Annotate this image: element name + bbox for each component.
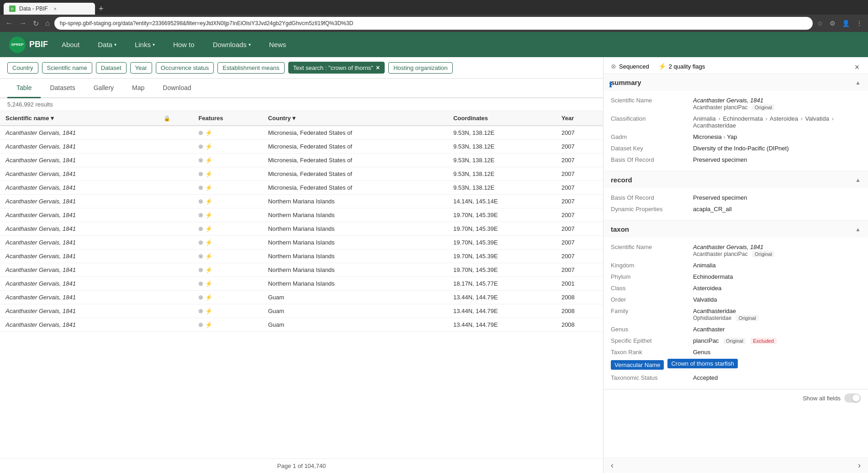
nav-about[interactable]: About (57, 38, 84, 51)
table-row[interactable]: Acanthaster Gervais, 1841 ⊗ ⚡ Northern M… (0, 222, 603, 236)
downloads-dropdown-icon: ▾ (249, 42, 251, 47)
col-scientific-name[interactable]: Scientific name ▾ (0, 111, 158, 126)
col-features[interactable]: Features (193, 111, 262, 126)
table-row[interactable]: Acanthaster Gervais, 1841 ⊗ ⚡ Micronesia… (0, 181, 603, 195)
show-all-row: Show all fields (603, 389, 868, 406)
nav-news[interactable]: News (265, 38, 291, 51)
table-row[interactable]: Acanthaster Gervais, 1841 ⊗ ⚡ Northern M… (0, 263, 603, 277)
section-taxon-header[interactable]: taxon ▲ (603, 221, 868, 238)
browser-tab[interactable]: D Data - PBIF × (4, 3, 95, 15)
table-row[interactable]: Acanthaster Gervais, 1841 ⊗ ⚡ Northern M… (0, 236, 603, 250)
flag-icon: ⚡ (205, 308, 212, 314)
table-row[interactable]: Acanthaster Gervais, 1841 ⊗ ⚡ Guam 13.44… (0, 291, 603, 304)
field-value-dataset-key: Diversity of the Indo-Pacific (DIPnet) (693, 145, 861, 152)
logo-text: PBIF (29, 40, 48, 49)
cell-coords: 9.53N, 138.12E (448, 181, 556, 195)
panel-next-button[interactable]: › (858, 461, 861, 470)
col-year[interactable]: Year (556, 111, 603, 126)
vernacular-name-label-cell: Vernacular Name (611, 360, 664, 370)
tab-close-button[interactable]: × (52, 5, 59, 12)
section-taxon-title: taxon (611, 225, 629, 233)
nav-data[interactable]: Data ▾ (93, 38, 121, 51)
text-search-remove-icon[interactable]: × (376, 64, 380, 71)
cell-features: ⊗ ⚡ (193, 195, 262, 208)
nav-links[interactable]: Links ▾ (130, 38, 159, 51)
url-bar[interactable]: hp-sprep.gbif-staging.org/data?entity=23… (54, 17, 813, 30)
seq-icon: ⊗ (198, 170, 203, 177)
bookmark-star-icon[interactable]: ☆ (815, 18, 825, 29)
table-row[interactable]: Acanthaster Gervais, 1841 ⊗ ⚡ Guam 13.44… (0, 318, 603, 332)
nav-downloads[interactable]: Downloads ▾ (208, 38, 255, 51)
cell-lock (158, 195, 193, 208)
field-scientific-name: Scientific Name Acanthaster Gervais, 184… (611, 95, 861, 113)
filter-country[interactable]: Country (7, 62, 38, 74)
back-button[interactable]: ← (4, 17, 15, 29)
seq-icon: ⊗ (198, 308, 203, 314)
settings-icon[interactable]: ⋮ (854, 18, 864, 29)
filter-dataset[interactable]: Dataset (96, 62, 127, 74)
nav-howto[interactable]: How to (169, 38, 199, 51)
new-tab-button[interactable]: + (95, 3, 107, 15)
cell-year: 2007 (556, 126, 603, 140)
field-basis-of-record: Basis Of Record Preserved specimen (611, 192, 861, 203)
table-row[interactable]: Acanthaster Gervais, 1841 ⊗ ⚡ Micronesia… (0, 167, 603, 181)
taxon-label-specific-epithet: Specific Epithet (611, 337, 693, 344)
cell-sci-name: Acanthaster Gervais, 1841 (0, 277, 158, 291)
close-panel-button[interactable]: × (852, 62, 863, 73)
cell-features: ⊗ ⚡ (193, 140, 262, 154)
home-button[interactable]: ⌂ (43, 17, 52, 29)
filter-scientific-name[interactable]: Scientific name (42, 62, 92, 74)
table-row[interactable]: Acanthaster Gervais, 1841 ⊗ ⚡ Northern M… (0, 277, 603, 291)
cell-coords: 9.53N, 138.12E (448, 140, 556, 154)
url-text: hp-sprep.gbif-staging.org/data?entity=23… (60, 20, 353, 27)
text-search-label: Text search : "crown of thorns" (293, 64, 373, 71)
data-table-wrapper[interactable]: Scientific name ▾ 🔒 Features Country ▾ C… (0, 111, 603, 458)
tab-gallery[interactable]: Gallery (85, 79, 123, 98)
forward-button[interactable]: → (17, 17, 28, 29)
taxon-value-kingdom: Animalia (693, 262, 861, 269)
table-row[interactable]: Acanthaster Gervais, 1841 ⊗ ⚡ Micronesia… (0, 154, 603, 167)
section-summary-header[interactable]: summary ▲ (603, 74, 868, 91)
table-row[interactable]: Acanthaster Gervais, 1841 ⊗ ⚡ Micronesia… (0, 140, 603, 154)
table-row[interactable]: Acanthaster Gervais, 1841 ⊗ ⚡ Guam 13.44… (0, 304, 603, 318)
results-table: Scientific name ▾ 🔒 Features Country ▾ C… (0, 111, 603, 332)
refresh-button[interactable]: ↻ (31, 17, 41, 30)
filter-bar: Country Scientific name Dataset Year Occ… (0, 57, 603, 79)
table-row[interactable]: Acanthaster Gervais, 1841 ⊗ ⚡ Micronesia… (0, 126, 603, 140)
flag-icon: ⚡ (205, 198, 212, 205)
cell-coords: 9.53N, 138.12E (448, 154, 556, 167)
section-record-header[interactable]: record ▲ (603, 171, 868, 188)
filter-occurrence-status[interactable]: Occurrence status (156, 62, 214, 74)
cell-sci-name: Acanthaster Gervais, 1841 (0, 208, 158, 222)
seq-icon: ⊗ (198, 225, 203, 232)
extensions-icon[interactable]: ⚙ (828, 18, 837, 29)
tab-table[interactable]: Table (7, 79, 41, 98)
filter-hosting-org[interactable]: Hosting organization (388, 62, 453, 74)
taxon-value-phylum: Echinodermata (693, 273, 861, 280)
table-row[interactable]: Acanthaster Gervais, 1841 ⊗ ⚡ Northern M… (0, 208, 603, 222)
show-all-toggle[interactable] (844, 393, 861, 403)
profile-icon[interactable]: 👤 (840, 18, 852, 29)
content-tabs: Table Datasets Gallery Map Download (0, 79, 603, 98)
panel-content[interactable]: summary ▲ Scientific Name Acanthaster Ge… (603, 74, 868, 457)
panel-prev-button[interactable]: ‹ (611, 461, 614, 470)
taxon-value-order: Valvatida (693, 296, 861, 303)
filter-year[interactable]: Year (130, 62, 152, 74)
cell-features: ⊗ ⚡ (193, 167, 262, 181)
seq-icon: ⊗ (198, 253, 203, 260)
col-coordinates[interactable]: Coordinates (448, 111, 556, 126)
flag-icon: ⚡ (205, 170, 212, 177)
tab-download[interactable]: Download (153, 79, 200, 98)
filter-establishment-means[interactable]: Establishment means (217, 62, 284, 74)
col-country[interactable]: Country ▾ (263, 111, 448, 126)
tab-datasets[interactable]: Datasets (41, 79, 84, 98)
filter-text-search[interactable]: Text search : "crown of thorns" × (288, 62, 385, 74)
seq-icon: ⊗ (198, 239, 203, 246)
table-row[interactable]: Acanthaster Gervais, 1841 ⊗ ⚡ Northern M… (0, 195, 603, 208)
table-row[interactable]: Acanthaster Gervais, 1841 ⊗ ⚡ Northern M… (0, 250, 603, 263)
flag-icon: ⚡ (205, 280, 212, 287)
taxon-field-class: Class Asteroidea (611, 282, 861, 294)
taxon-original-badge: Original (752, 251, 775, 257)
tab-map[interactable]: Map (123, 79, 153, 98)
taxon-value-family: Acanthasteridae Ophidiasteridae Original (693, 308, 861, 321)
